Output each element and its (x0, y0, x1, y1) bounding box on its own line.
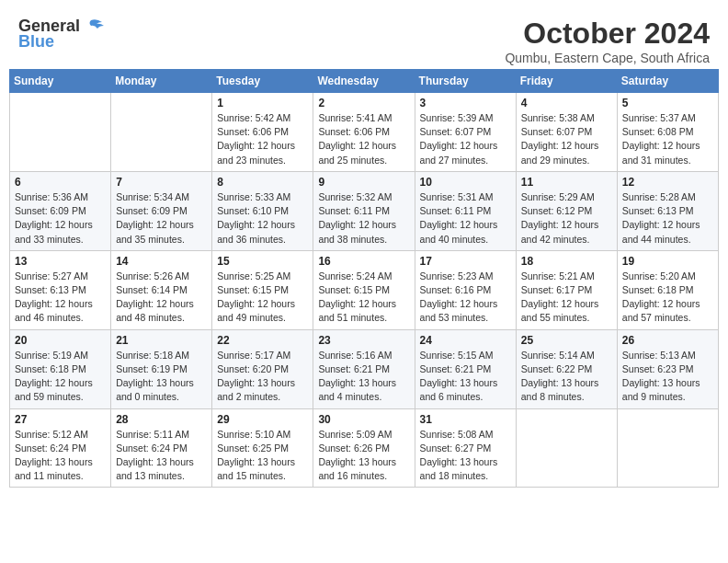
calendar-week-row: 20Sunrise: 5:19 AM Sunset: 6:18 PM Dayli… (10, 329, 719, 408)
calendar-cell: 19Sunrise: 5:20 AM Sunset: 6:18 PM Dayli… (617, 250, 718, 329)
day-number: 11 (521, 176, 612, 189)
calendar-cell: 8Sunrise: 5:33 AM Sunset: 6:10 PM Daylig… (212, 171, 313, 250)
calendar-cell: 10Sunrise: 5:31 AM Sunset: 6:11 PM Dayli… (415, 171, 516, 250)
day-info: Sunrise: 5:37 AM Sunset: 6:08 PM Dayligh… (622, 111, 713, 167)
day-info: Sunrise: 5:26 AM Sunset: 6:14 PM Dayligh… (116, 270, 207, 326)
page-header: General Blue October 2024 Qumbu, Eastern… (9, 9, 719, 65)
logo-bird-icon (84, 18, 104, 35)
calendar-cell: 16Sunrise: 5:24 AM Sunset: 6:15 PM Dayli… (313, 250, 415, 329)
day-number: 4 (521, 97, 612, 109)
day-number: 6 (15, 176, 106, 189)
day-info: Sunrise: 5:33 AM Sunset: 6:10 PM Dayligh… (217, 190, 308, 247)
calendar-header-row: SundayMondayTuesdayWednesdayThursdayFrid… (10, 70, 719, 93)
day-number: 31 (420, 413, 511, 426)
day-number: 15 (217, 255, 308, 268)
day-number: 5 (622, 97, 713, 109)
calendar-cell: 30Sunrise: 5:09 AM Sunset: 6:26 PM Dayli… (313, 408, 415, 488)
calendar-week-row: 1Sunrise: 5:42 AM Sunset: 6:06 PM Daylig… (10, 93, 719, 172)
day-info: Sunrise: 5:14 AM Sunset: 6:22 PM Dayligh… (521, 349, 612, 405)
calendar-cell: 6Sunrise: 5:36 AM Sunset: 6:09 PM Daylig… (10, 171, 111, 250)
calendar-cell: 14Sunrise: 5:26 AM Sunset: 6:14 PM Dayli… (111, 250, 212, 329)
calendar-cell: 31Sunrise: 5:08 AM Sunset: 6:27 PM Dayli… (415, 408, 516, 488)
calendar-cell: 17Sunrise: 5:23 AM Sunset: 6:16 PM Dayli… (415, 250, 516, 329)
calendar-week-row: 27Sunrise: 5:12 AM Sunset: 6:24 PM Dayli… (10, 408, 719, 488)
header-saturday: Saturday (617, 70, 718, 93)
day-info: Sunrise: 5:17 AM Sunset: 6:20 PM Dayligh… (217, 349, 308, 405)
header-wednesday: Wednesday (313, 70, 415, 93)
day-number: 13 (15, 255, 106, 268)
calendar-cell: 21Sunrise: 5:18 AM Sunset: 6:19 PM Dayli… (111, 329, 212, 408)
day-number: 19 (622, 255, 713, 268)
day-info: Sunrise: 5:32 AM Sunset: 6:11 PM Dayligh… (318, 190, 409, 247)
calendar-cell: 26Sunrise: 5:13 AM Sunset: 6:23 PM Dayli… (617, 329, 718, 408)
calendar-cell: 23Sunrise: 5:16 AM Sunset: 6:21 PM Dayli… (313, 329, 415, 408)
day-info: Sunrise: 5:27 AM Sunset: 6:13 PM Dayligh… (15, 270, 106, 326)
day-info: Sunrise: 5:41 AM Sunset: 6:06 PM Dayligh… (318, 111, 409, 167)
calendar-cell: 27Sunrise: 5:12 AM Sunset: 6:24 PM Dayli… (10, 408, 111, 488)
calendar-cell: 20Sunrise: 5:19 AM Sunset: 6:18 PM Dayli… (10, 329, 111, 408)
calendar-cell: 4Sunrise: 5:38 AM Sunset: 6:07 PM Daylig… (516, 93, 617, 172)
calendar-cell: 2Sunrise: 5:41 AM Sunset: 6:06 PM Daylig… (313, 93, 415, 172)
day-number: 2 (318, 97, 409, 109)
day-number: 10 (420, 176, 511, 189)
calendar-cell (516, 408, 617, 488)
calendar-cell: 7Sunrise: 5:34 AM Sunset: 6:09 PM Daylig… (111, 171, 212, 250)
location-title: Qumbu, Eastern Cape, South Africa (505, 51, 710, 65)
header-sunday: Sunday (10, 70, 111, 93)
calendar-cell: 25Sunrise: 5:14 AM Sunset: 6:22 PM Dayli… (516, 329, 617, 408)
logo-blue: Blue (18, 32, 54, 52)
calendar-cell: 13Sunrise: 5:27 AM Sunset: 6:13 PM Dayli… (10, 250, 111, 329)
day-info: Sunrise: 5:08 AM Sunset: 6:27 PM Dayligh… (420, 428, 511, 484)
day-number: 20 (15, 334, 106, 347)
day-number: 29 (217, 413, 308, 426)
calendar-cell: 28Sunrise: 5:11 AM Sunset: 6:24 PM Dayli… (111, 408, 212, 488)
day-info: Sunrise: 5:18 AM Sunset: 6:19 PM Dayligh… (116, 349, 207, 405)
day-info: Sunrise: 5:34 AM Sunset: 6:09 PM Dayligh… (116, 190, 207, 247)
day-number: 22 (217, 334, 308, 347)
calendar-cell: 9Sunrise: 5:32 AM Sunset: 6:11 PM Daylig… (313, 171, 415, 250)
day-number: 30 (318, 413, 409, 426)
day-info: Sunrise: 5:10 AM Sunset: 6:25 PM Dayligh… (217, 428, 308, 484)
calendar-week-row: 13Sunrise: 5:27 AM Sunset: 6:13 PM Dayli… (10, 250, 719, 329)
day-number: 12 (622, 176, 713, 189)
day-info: Sunrise: 5:09 AM Sunset: 6:26 PM Dayligh… (318, 428, 409, 484)
day-info: Sunrise: 5:21 AM Sunset: 6:17 PM Dayligh… (521, 270, 612, 326)
day-info: Sunrise: 5:31 AM Sunset: 6:11 PM Dayligh… (420, 190, 511, 247)
calendar-cell: 3Sunrise: 5:39 AM Sunset: 6:07 PM Daylig… (415, 93, 516, 172)
day-info: Sunrise: 5:11 AM Sunset: 6:24 PM Dayligh… (116, 428, 207, 484)
day-number: 17 (420, 255, 511, 268)
calendar-cell: 15Sunrise: 5:25 AM Sunset: 6:15 PM Dayli… (212, 250, 313, 329)
header-thursday: Thursday (415, 70, 516, 93)
calendar-cell (617, 408, 718, 488)
day-info: Sunrise: 5:13 AM Sunset: 6:23 PM Dayligh… (622, 349, 713, 405)
day-number: 9 (318, 176, 409, 189)
calendar-table: SundayMondayTuesdayWednesdayThursdayFrid… (9, 69, 719, 488)
day-info: Sunrise: 5:38 AM Sunset: 6:07 PM Dayligh… (521, 111, 612, 167)
day-number: 7 (116, 176, 207, 189)
month-title: October 2024 (505, 17, 710, 51)
day-info: Sunrise: 5:36 AM Sunset: 6:09 PM Dayligh… (15, 190, 106, 247)
title-block: October 2024 Qumbu, Eastern Cape, South … (505, 17, 710, 65)
day-number: 3 (420, 97, 511, 109)
day-number: 18 (521, 255, 612, 268)
day-info: Sunrise: 5:29 AM Sunset: 6:12 PM Dayligh… (521, 190, 612, 247)
day-info: Sunrise: 5:42 AM Sunset: 6:06 PM Dayligh… (217, 111, 308, 167)
day-number: 1 (217, 97, 308, 109)
day-info: Sunrise: 5:39 AM Sunset: 6:07 PM Dayligh… (420, 111, 511, 167)
day-number: 16 (318, 255, 409, 268)
day-info: Sunrise: 5:19 AM Sunset: 6:18 PM Dayligh… (15, 349, 106, 405)
day-number: 25 (521, 334, 612, 347)
day-info: Sunrise: 5:28 AM Sunset: 6:13 PM Dayligh… (622, 190, 713, 247)
calendar-cell: 11Sunrise: 5:29 AM Sunset: 6:12 PM Dayli… (516, 171, 617, 250)
header-tuesday: Tuesday (212, 70, 313, 93)
day-number: 14 (116, 255, 207, 268)
day-number: 28 (116, 413, 207, 426)
day-number: 26 (622, 334, 713, 347)
calendar-cell: 12Sunrise: 5:28 AM Sunset: 6:13 PM Dayli… (617, 171, 718, 250)
calendar-cell (111, 93, 212, 172)
day-info: Sunrise: 5:15 AM Sunset: 6:21 PM Dayligh… (420, 349, 511, 405)
calendar-week-row: 6Sunrise: 5:36 AM Sunset: 6:09 PM Daylig… (10, 171, 719, 250)
calendar-cell: 22Sunrise: 5:17 AM Sunset: 6:20 PM Dayli… (212, 329, 313, 408)
day-info: Sunrise: 5:25 AM Sunset: 6:15 PM Dayligh… (217, 270, 308, 326)
day-number: 8 (217, 176, 308, 189)
